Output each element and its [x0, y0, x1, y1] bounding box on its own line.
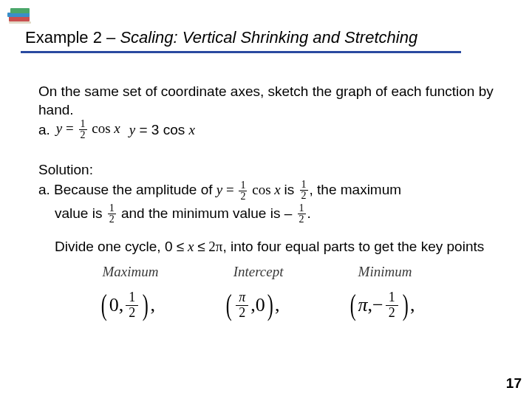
tuple-maximum: ( 0, 12 ), [99, 290, 155, 321]
example-title: Example 2 – Scaling: Vertical Shrinking … [25, 28, 417, 47]
sol-text-6: . [307, 205, 311, 220]
equation-b: y = 3 cos x [129, 121, 195, 140]
example-title-bar: Example 2 – Scaling: Vertical Shrinking … [21, 24, 461, 53]
equation-a: y = 12 cos x [56, 119, 120, 140]
sol-text-2: is [284, 182, 299, 197]
sol-text-1: a. Because the amplitude of [38, 182, 216, 197]
solution-block: Solution: a. Because the amplitude of y … [38, 161, 494, 224]
title-prefix: Example 2 – [25, 28, 120, 47]
tuple-minimum: ( π, − 12 ), [348, 290, 415, 321]
dc-2pi: 2π [205, 239, 223, 254]
solution-heading: Solution: [38, 161, 494, 180]
label-intercept: Intercept [233, 263, 284, 282]
title-italic: Scaling: Vertical Shrinking and Stretchi… [120, 28, 417, 47]
page-number: 17 [506, 375, 522, 392]
keypoint-labels: Maximum Intercept Minimum [65, 263, 449, 282]
dc-x: x [184, 239, 197, 254]
dc-2: , into four equal parts to get the key p… [222, 239, 484, 254]
sol-text-4: value is [55, 205, 106, 220]
sol-text-3: , the maximum [310, 182, 402, 197]
tuple-trail: , [151, 293, 156, 318]
tuple-comma: , [119, 293, 124, 318]
label-maximum: Maximum [103, 263, 159, 282]
tuple-trail: , [275, 293, 280, 318]
le-icon: ≤ [177, 239, 184, 254]
problem-items: a. y = 12 cos x b. y = 3 cos x [38, 119, 494, 140]
inline-equation: y = 12 cos x [216, 182, 284, 197]
keypoint-tuples: ( 0, 12 ), ( π2, 0 ), ( π, − 12 ), [65, 290, 449, 321]
label-minimum: Minimum [358, 263, 412, 282]
problem-intro: On the same set of coordinate axes, sket… [38, 83, 494, 119]
tuple-val: 0 [109, 293, 119, 318]
tuple-val: 0 [256, 293, 265, 318]
solution-line-1: a. Because the amplitude of y = 12 cos x… [38, 180, 494, 202]
problem-block: On the same set of coordinate axes, sket… [38, 83, 494, 140]
dc-1: Divide one cycle, 0 [55, 239, 177, 254]
neg-sign: − [372, 293, 383, 318]
svg-rect-2 [10, 8, 30, 13]
tuple-intercept: ( π2, 0 ), [224, 290, 280, 321]
svg-rect-0 [9, 16, 30, 21]
slide-content: On the same set of coordinate axes, sket… [38, 83, 494, 321]
item-a-label: a. [38, 121, 50, 140]
sol-text-5: and the minimum value is – [121, 205, 292, 220]
fraction-half: 12 [108, 203, 116, 225]
fraction-half-neg: 12 [298, 203, 306, 225]
solution-line-2: value is 12 and the minimum value is – 1… [38, 203, 494, 225]
tuple-trail: , [410, 293, 415, 318]
fraction-half: 12 [300, 180, 308, 201]
le-icon: ≤ [197, 239, 205, 254]
tuple-val: π [358, 293, 368, 318]
divide-cycle-text: Divide one cycle, 0 ≤ x ≤ 2π, into four … [38, 238, 494, 256]
